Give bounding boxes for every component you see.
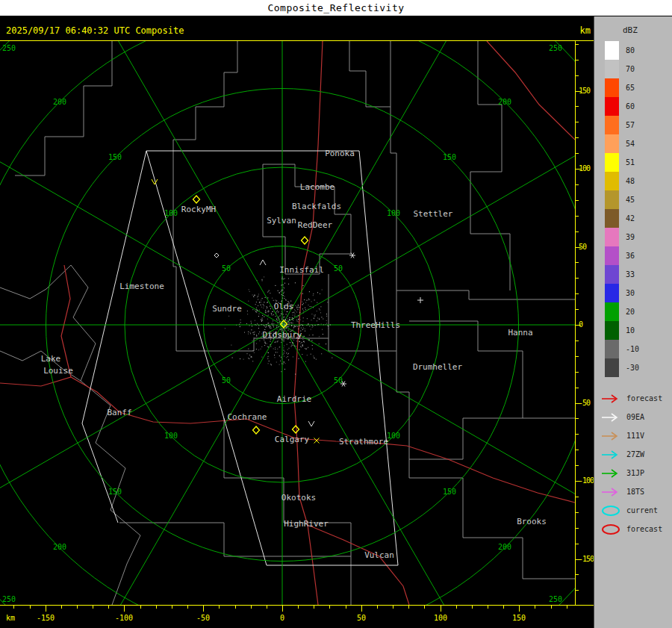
colorbar-value: 48 [626, 177, 635, 185]
diamond-glyph [293, 426, 299, 433]
legend-item-current-6: current [594, 501, 672, 520]
right-axis-value-100: 100 [579, 164, 590, 172]
colorbar-value: 51 [626, 158, 635, 167]
window-title-bar: Composite_Reflectivity [0, 0, 672, 16]
obs-symbol [214, 253, 219, 258]
colorbar-value: 57 [626, 121, 635, 129]
axis-tick [441, 606, 441, 612]
track-arrow-icon [600, 430, 623, 442]
timestamp-label: 2025/09/17 06:40:32 UTC Composite [6, 25, 184, 36]
colorbar-entry-60: 60 [594, 97, 672, 116]
bottom-axis-unit-label: km [6, 614, 15, 622]
axis-tick [298, 606, 299, 609]
right-axis-value--50: -50 [579, 399, 590, 407]
city-label-rockymh: RockyMH [181, 205, 216, 214]
map-header: 2025/09/17 06:40:32 UTC Composite km [0, 16, 594, 41]
axis-tick [576, 388, 579, 388]
obs-symbol [417, 297, 423, 303]
colorbar-entry-10: 10 [594, 321, 672, 340]
track-arrow-icon [600, 449, 623, 461]
colorbar-value: 33 [626, 270, 635, 279]
axis-tick [519, 606, 520, 612]
colorbar-entry-51: 51 [594, 153, 672, 172]
colorbar-swatch [605, 340, 619, 358]
cross-symbol [314, 438, 320, 444]
city-label-stettler: Stettler [414, 209, 453, 219]
axis-tick [235, 606, 236, 609]
range-label-50: 50 [334, 264, 343, 273]
right-axis-value--150: -150 [579, 555, 594, 563]
range-label-250: 250 [549, 595, 562, 603]
colorbar-value: 42 [626, 214, 635, 223]
bottom-axis-value-0: 0 [280, 614, 284, 622]
vee-glyph [308, 421, 314, 426]
axis-tick [172, 606, 172, 609]
colorbar-swatch [605, 97, 619, 116]
range-label-100: 100 [387, 209, 400, 217]
city-label-blackfalds: Blackfalds [292, 202, 341, 211]
window-title: Composite_Reflectivity [267, 2, 404, 13]
axis-tick [219, 606, 220, 609]
right-axis-value-50: 50 [579, 243, 586, 251]
site-marker-cochrane [253, 426, 260, 434]
colorbar-swatch [605, 246, 619, 265]
colorbar-value: 39 [626, 233, 635, 241]
axis-tick [576, 231, 579, 232]
colorbar-swatch [605, 209, 619, 228]
track-arrow-icon [600, 393, 623, 405]
axis-tick [61, 606, 62, 609]
storm-ellipse-icon [600, 523, 623, 535]
axis-tick [346, 606, 346, 609]
axis-tick [576, 262, 579, 263]
axis-tick [13, 606, 14, 609]
range-label-200: 200 [498, 543, 511, 551]
axis-tick [576, 278, 579, 279]
colorbar-swatch [605, 153, 619, 172]
colorbar-swatch [605, 284, 619, 302]
city-label-lake: Lake [41, 354, 61, 364]
colorbar-value: 36 [626, 252, 635, 260]
bottom-axis-value-100: 100 [434, 614, 447, 622]
legend-item-18TS-5: 18TS [594, 482, 672, 501]
axis-tick [393, 606, 393, 609]
radar-map-viewport[interactable]: 5010015020025050100150200250501001502002… [0, 41, 575, 605]
colorbar-entry-54: 54 [594, 134, 672, 153]
colorbar-swatch [605, 228, 619, 246]
legend-label: 31JP [626, 469, 644, 477]
axis-tick [424, 606, 425, 609]
axis-tick [576, 216, 579, 217]
axis-tick [251, 606, 252, 609]
legend-item-111V-2: 111V [594, 426, 672, 445]
range-label-100: 100 [387, 432, 400, 440]
city-label-okotoks: Okotoks [281, 493, 316, 503]
scan-area-outline [82, 151, 398, 565]
site-marker-calgary [293, 426, 299, 433]
colorbar-value: 20 [626, 308, 635, 316]
bottom-axis-value--150: -150 [37, 614, 55, 622]
axis-tick [576, 200, 579, 201]
axis-tick [576, 372, 579, 373]
axis-tick [551, 606, 552, 609]
axis-tick [108, 606, 109, 609]
range-label-250: 250 [549, 44, 562, 52]
grid-radial-120 [74, 41, 282, 325]
clutter-dots [225, 277, 329, 364]
colorbar-entry-33: 33 [594, 265, 672, 284]
city-label-brooks: Brooks [517, 517, 547, 526]
grid-radial-330 [282, 325, 575, 533]
track-arrow-icon [600, 411, 623, 423]
city-label-calgary: Calgary [275, 435, 310, 444]
range-label-100: 100 [164, 209, 178, 217]
colorbar-swatch [605, 41, 619, 60]
diamond-glyph [302, 237, 308, 244]
range-label-150: 150 [443, 153, 456, 161]
city-label-reddeer: RedDeer [298, 220, 333, 230]
range-label-50: 50 [222, 376, 231, 385]
city-label-vulcan: Vulcan [364, 550, 394, 560]
colorbar-entry--30: -30 [594, 358, 672, 377]
range-label-50: 50 [222, 264, 231, 273]
colorbar-swatch [605, 190, 619, 209]
axis-tick [408, 606, 409, 609]
axis-tick [576, 106, 579, 107]
colorbar-swatch [605, 78, 619, 97]
